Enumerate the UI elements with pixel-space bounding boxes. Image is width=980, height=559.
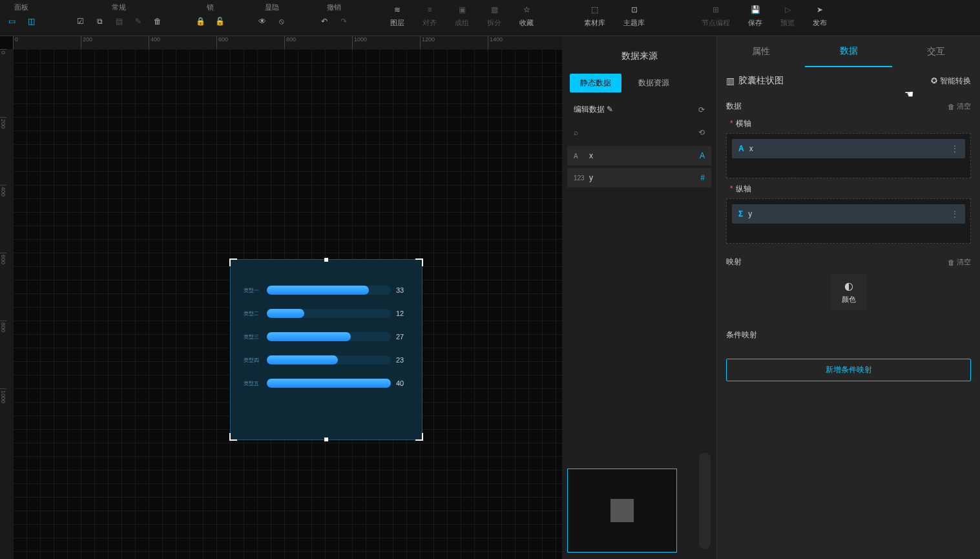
group-button[interactable]: ▣ 成组 [446, 0, 478, 30]
chart-widget-selected[interactable]: 类型一33类型二12类型三27类型四23类型五40 [230, 259, 422, 440]
ruler-tick: 600 [216, 36, 284, 49]
edit-data-row: 编辑数据 ✎ ⟳ [562, 98, 716, 121]
field-row[interactable]: 123y# [567, 168, 711, 187]
y-axis-dropzone[interactable]: Σ y ⋮ [726, 198, 971, 244]
align-icon: ≡ [422, 3, 437, 17]
eye-icon[interactable]: 👁 [256, 15, 269, 28]
smart-convert-button[interactable]: ✪ 智能转换 [931, 76, 971, 87]
material-lib-button[interactable]: ⬚ 素材库 [575, 0, 614, 30]
group-label: 成组 [455, 18, 469, 28]
field-name: x [589, 151, 700, 160]
ruler-tick: 1000 [0, 388, 6, 456]
resize-handle-bl[interactable] [229, 433, 237, 441]
ruler-tick: 800 [284, 36, 352, 49]
node-edit-button[interactable]: ⊞ 节点编程 [693, 0, 739, 30]
layer-icon: ≋ [390, 3, 404, 17]
tab-attribute[interactable]: 属性 [717, 36, 805, 67]
eye-off-icon[interactable]: ⦸ [275, 15, 288, 28]
tab-data[interactable]: 数据 [805, 36, 893, 67]
x-field-chip[interactable]: A x ⋮ [732, 139, 965, 158]
field-list: AxA123y# [562, 146, 716, 187]
tab-interact[interactable]: 交互 [892, 36, 980, 67]
field-row[interactable]: AxA [567, 146, 711, 165]
edit-data-label[interactable]: 编辑数据 ✎ [574, 104, 613, 115]
bar-value: 33 [396, 286, 409, 294]
trash-icon[interactable]: 🗑 [151, 15, 164, 28]
more-icon[interactable]: ⋮ [951, 144, 959, 153]
property-panel: 属性 数据 交互 ▥ 胶囊柱状图 ✪ 智能转换 数据 🗑 清空 *横轴 A x … [717, 36, 980, 559]
align-button[interactable]: ≡ 对齐 [413, 0, 446, 30]
sum-field-icon: Σ [738, 209, 743, 218]
y-field-chip[interactable]: Σ y ⋮ [732, 204, 965, 224]
color-label: 颜色 [842, 295, 856, 304]
y-axis-label: *纵轴 [730, 184, 971, 195]
node-icon: ⊞ [709, 3, 723, 17]
group-label-panel: 面板 [14, 3, 28, 12]
resize-handle-t[interactable] [324, 258, 328, 262]
x-axis-dropzone[interactable]: A x ⋮ [726, 133, 971, 178]
panel-mode-a-icon[interactable]: ▭ [5, 15, 18, 28]
smart-convert-label: 智能转换 [940, 76, 971, 87]
ruler-tick: 400 [0, 185, 6, 253]
color-mapping-button[interactable]: ◐ 颜色 [831, 274, 867, 310]
bar-value: 40 [396, 379, 409, 387]
publish-button[interactable]: ➤ 发布 [804, 0, 836, 30]
tab-data-resource[interactable]: 数据资源 [628, 74, 680, 92]
paste-icon[interactable]: ▤ [112, 15, 125, 28]
preview-button[interactable]: ▷ 预览 [771, 0, 804, 30]
resize-handle-tl[interactable] [229, 258, 237, 266]
ruler-vertical: 02004006008001000 [0, 49, 13, 559]
lock-icon[interactable]: 🔒 [194, 15, 207, 28]
unlock-icon[interactable]: 🔓 [213, 15, 226, 28]
bar-row: 类型五40 [244, 379, 409, 388]
canvas-grid[interactable]: 类型一33类型二12类型三27类型四23类型五40 [13, 49, 562, 559]
layer-label: 图层 [390, 18, 404, 28]
prop-header: ▥ 胶囊柱状图 ✪ 智能转换 [717, 67, 980, 94]
bar-category: 类型二 [244, 310, 262, 317]
favorite-button[interactable]: ☆ 收藏 [510, 0, 543, 30]
split-label: 拆分 [487, 18, 501, 28]
refresh-icon[interactable]: ⟳ [698, 105, 705, 114]
layer-button[interactable]: ≋ 图层 [381, 0, 413, 30]
resize-handle-tr[interactable] [415, 258, 423, 266]
clear-data-button[interactable]: 🗑 清空 [948, 101, 971, 112]
redo-icon[interactable]: ↷ [337, 15, 350, 28]
tool-group-undo: 撤销 ↶ ↷ [313, 0, 355, 30]
search-row: ⌕ ⟲ [562, 121, 716, 143]
add-condition-button[interactable]: 新增条件映射 [726, 359, 971, 381]
tool-group-lock: 锁 🔒 🔓 [189, 0, 231, 30]
resize-handle-br[interactable] [415, 433, 423, 441]
canvas-thumbnail[interactable] [567, 469, 677, 553]
cursor-hand-icon: ☚ [904, 88, 913, 100]
split-button[interactable]: ▦ 拆分 [478, 0, 510, 30]
data-source-title: 数据来源 [562, 44, 716, 69]
search-icon[interactable]: ⌕ [574, 128, 578, 137]
bar-track [267, 355, 391, 364]
brush-icon[interactable]: ✎ [132, 15, 145, 28]
resize-handle-b[interactable] [324, 438, 328, 441]
save-icon: 💾 [748, 3, 762, 17]
data-section-label: 数据 [726, 101, 742, 112]
panel-mode-b-icon[interactable]: ◫ [25, 15, 37, 28]
x-field-name: x [749, 144, 946, 153]
bar-fill [267, 379, 391, 388]
ruler-tick: 200 [0, 117, 6, 185]
scrollbar-vertical[interactable] [699, 452, 711, 549]
tab-static-data[interactable]: 静态数据 [570, 74, 621, 92]
canvas-area[interactable]: 0200400600800100012001400 02004006008001… [0, 36, 562, 559]
copy-icon[interactable]: ⧉ [93, 15, 106, 28]
check-icon[interactable]: ☑ [74, 15, 87, 28]
smart-icon: ✪ [931, 76, 937, 85]
theme-lib-button[interactable]: ⊡ 主题库 [614, 0, 654, 30]
bar-chart-icon: ▥ [726, 76, 735, 86]
undo-icon[interactable]: ↶ [318, 15, 331, 28]
more-icon[interactable]: ⋮ [951, 209, 959, 218]
group-label-lock: 锁 [207, 3, 214, 12]
bar-category: 类型四 [244, 357, 262, 364]
save-button[interactable]: 💾 保存 [739, 0, 771, 30]
palette-icon: ◐ [844, 280, 853, 292]
tool-group-showhide: 显隐 👁 ⦸ [251, 0, 293, 30]
reload-icon[interactable]: ⟲ [698, 128, 705, 137]
thumbnail-viewport[interactable] [610, 499, 634, 522]
clear-mapping-button[interactable]: 🗑 清空 [948, 257, 971, 268]
